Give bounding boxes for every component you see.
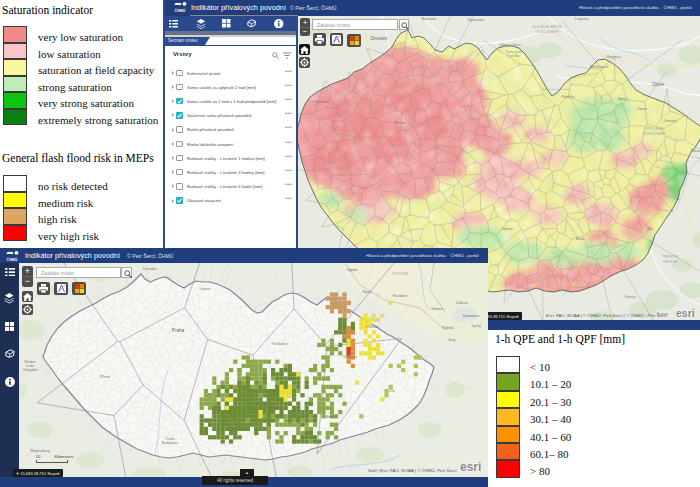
- svg-text:Legnica: Legnica: [575, 16, 590, 21]
- svg-text:Zlín: Zlín: [647, 227, 653, 231]
- svg-text:Świdnica: Świdnica: [607, 54, 621, 59]
- svg-text:Gliwice: Gliwice: [431, 307, 443, 311]
- svg-text:DOLNOŚLĄSKIE: DOLNOŚLĄSKIE: [532, 24, 562, 29]
- svg-text:Zabrze: Zabrze: [456, 301, 468, 305]
- svg-text:Oberpfalz: Oberpfalz: [23, 368, 38, 372]
- svg-text:Katowice: Katowice: [463, 313, 480, 318]
- svg-text:Dresden: Dresden: [143, 267, 157, 271]
- svg-text:Plzeň: Plzeň: [100, 374, 110, 379]
- svg-text:Dresden: Dresden: [370, 36, 388, 41]
- svg-text:Pardubice: Pardubice: [272, 342, 287, 346]
- svg-text:Brno: Brno: [576, 237, 584, 241]
- svg-text:ČHMÚ: ČHMÚ: [175, 8, 186, 13]
- svg-text:ČHMÚ: ČHMÚ: [7, 256, 18, 261]
- svg-text:Wałbrzych: Wałbrzych: [590, 64, 609, 69]
- svg-text:Senica: Senica: [625, 295, 636, 299]
- svg-text:Praha: Praha: [172, 328, 185, 333]
- svg-text:Jihlava: Jihlava: [269, 405, 280, 409]
- svg-text:REGION: REGION: [663, 260, 678, 264]
- svg-text:Nysa: Nysa: [618, 97, 628, 101]
- svg-text:Olomouc: Olomouc: [343, 355, 358, 359]
- svg-text:Zlín: Zlín: [389, 389, 395, 393]
- svg-text:Bautzen: Bautzen: [422, 16, 437, 21]
- svg-text:Rybnik: Rybnik: [442, 326, 454, 330]
- svg-text:Budějovice: Budějovice: [162, 441, 179, 445]
- svg-text:Opava: Opava: [637, 107, 647, 111]
- svg-text:Park Nar.: Park Nar.: [507, 54, 521, 58]
- svg-text:Nysa: Nysa: [363, 290, 373, 294]
- svg-text:TRENČÍN: TRENČÍN: [662, 254, 678, 259]
- svg-text:Jelenia Góra: Jelenia Góra: [499, 43, 521, 47]
- svg-text:Jihlava: Jihlava: [502, 227, 513, 231]
- svg-text:OPOLSKIE: OPOLSKIE: [645, 127, 664, 131]
- svg-text:OPOLSKIE: OPOLSKIE: [392, 272, 408, 276]
- svg-text:Żory: Żory: [448, 337, 455, 342]
- svg-text:VOIVODSHIP: VOIVODSHIP: [643, 132, 666, 136]
- svg-text:Praha: Praha: [394, 120, 406, 125]
- svg-text:Zgorzelec: Zgorzelec: [467, 17, 485, 22]
- svg-text:Opole: Opole: [652, 82, 665, 87]
- svg-text:VOIVODSHIP: VOIVODSHIP: [535, 30, 559, 34]
- svg-text:Chemnitz: Chemnitz: [312, 99, 329, 104]
- svg-text:Tychy: Tychy: [471, 324, 481, 328]
- svg-text:Kłodzko: Kłodzko: [562, 95, 575, 99]
- svg-text:Žilina: Žilina: [690, 148, 700, 153]
- svg-text:Racibórz: Racibórz: [393, 294, 408, 298]
- svg-text:Opole: Opole: [346, 267, 358, 272]
- svg-text:Brno: Brno: [326, 414, 335, 419]
- svg-text:Liberec: Liberec: [199, 287, 210, 291]
- svg-text:Ostrava: Ostrava: [365, 325, 379, 329]
- svg-text:Ostrava: Ostrava: [664, 119, 677, 123]
- svg-text:Regensburg: Regensburg: [30, 449, 50, 453]
